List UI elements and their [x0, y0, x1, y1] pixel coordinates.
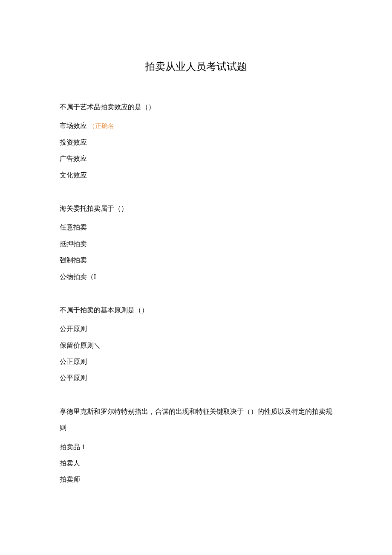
correct-marker: （正确名: [89, 122, 114, 129]
question-block: 海关委托拍卖属于（） 任意拍卖 抵押拍卖 强制拍卖 公物拍卖（I: [60, 200, 332, 285]
option: 拍卖品 1: [60, 439, 332, 455]
question-block: 不属于拍卖的基本原则是（） 公开原则 保留价原则＼ 公正原则 公平原则: [60, 302, 332, 386]
option-label: 公正原则: [60, 358, 87, 365]
option: 广告效应: [60, 151, 332, 167]
question-text: 不属于拍卖的基本原则是（）: [60, 302, 332, 318]
option: 保留价原则＼: [60, 337, 332, 354]
option: 拍卖人: [60, 455, 332, 471]
option: 强制拍卖: [60, 252, 332, 268]
option-label: 拍卖师: [60, 476, 80, 483]
option-label: 任意拍卖: [60, 224, 87, 231]
option: 拍卖师: [60, 471, 332, 488]
option-label: 拍卖品 1: [60, 443, 85, 450]
option-label: 抵押拍卖: [60, 240, 87, 247]
option: 文化效应: [60, 167, 332, 183]
option-label: 市场效应: [60, 122, 87, 129]
option: 公开原则: [60, 321, 332, 337]
option-label: 保留价原则＼: [60, 342, 101, 349]
question-block: 享德里克斯和罗尔特特别指出，合谋的出现和特征关键取决于（）的性质以及特定的拍卖规…: [60, 404, 332, 488]
option-label: 强制拍卖: [60, 256, 87, 264]
question-text: 不属于艺术品拍卖效应的是（）: [60, 99, 332, 115]
question-block: 不属于艺术品拍卖效应的是（） 市场效应（正确名 投资效应 广告效应 文化效应: [60, 99, 332, 183]
option-label: 公平原则: [60, 374, 87, 381]
option: 任意拍卖: [60, 219, 332, 235]
page-title: 拍卖从业人员考试试题: [60, 60, 332, 73]
option: 抵押拍卖: [60, 236, 332, 252]
option-label: 投资效应: [60, 139, 87, 146]
option: 公物拍卖（I: [60, 269, 332, 285]
option-label: 广告效应: [60, 155, 87, 162]
option-label: 拍卖人: [60, 459, 80, 467]
option: 公平原则: [60, 370, 332, 386]
question-text: 享德里克斯和罗尔特特别指出，合谋的出现和特征关键取决于（）的性质以及特定的拍卖规…: [60, 404, 332, 436]
option: 市场效应（正确名: [60, 118, 332, 134]
option-label: 公开原则: [60, 325, 87, 332]
option-label: 文化效应: [60, 171, 87, 179]
option: 投资效应: [60, 134, 332, 151]
option: 公正原则: [60, 354, 332, 370]
option-label: 公物拍卖（I: [60, 273, 96, 280]
question-text: 海关委托拍卖属于（）: [60, 200, 332, 217]
